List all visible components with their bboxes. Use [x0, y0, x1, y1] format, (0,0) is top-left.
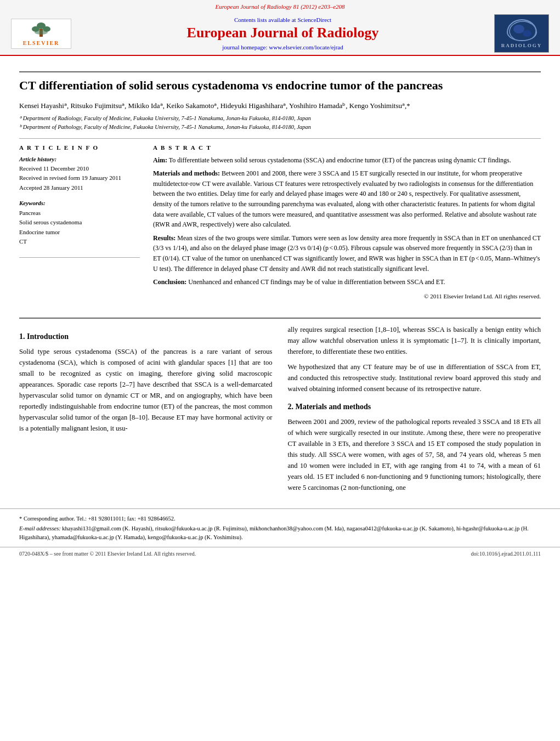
conclusion-text: Unenhanced and enhanced CT findings may … — [188, 278, 445, 286]
journal-main-title: European Journal of Radiology — [82, 24, 483, 41]
article-info-col: A R T I C L E I N F O Article history: R… — [19, 144, 140, 301]
elsevier-text: ELSEVIER — [23, 40, 60, 46]
radiology-logo: RADIOLOGY — [494, 14, 549, 53]
footer-issn: 0720-048X/$ – see front matter © 2011 El… — [19, 551, 196, 557]
keyword-2: Solid serous cystadenoma — [19, 218, 140, 227]
emails: khayashi131@gmail.com (K. Hayashi), rits… — [19, 525, 529, 540]
article-title: CT differentiation of solid serous cysta… — [19, 78, 541, 94]
contents-link: Contents lists available at ScienceDirec… — [82, 16, 483, 23]
mm-title-text: Materials and methods — [296, 403, 371, 411]
intro-number: 1. — [19, 332, 25, 341]
header-content-row: ELSEVIER Contents lists available at Sci… — [11, 12, 549, 55]
abstract-mm: Materials and methods: Between 2001 and … — [153, 168, 541, 230]
intro-title-text: Introduction — [27, 332, 69, 341]
mm-label: Materials and methods: — [153, 169, 220, 177]
abstract-col: A B S T R A C T Aim: To differentiate be… — [153, 144, 541, 301]
elsevier-icon-svg — [25, 21, 58, 39]
contents-label: Contents lists available at — [234, 16, 296, 23]
mm-number: 2. — [288, 403, 294, 411]
abstract-conclusion: Conclusion: Unenhanced and enhanced CT f… — [153, 277, 541, 287]
keyword-4: CT — [19, 237, 140, 246]
article-content: CT differentiation of solid serous cysta… — [0, 56, 560, 312]
page: European Journal of Radiology 81 (2012) … — [0, 0, 560, 741]
conclusion-label: Conclusion: — [153, 278, 186, 286]
abstract-aim: Aim: To differentiate between solid sero… — [153, 155, 541, 166]
radiology-logo-circle — [507, 19, 537, 41]
abstract-results: Results: Mean sizes of the two groups we… — [153, 233, 541, 274]
results-label: Results: — [153, 234, 176, 242]
aim-text: To differentiate between solid serous cy… — [169, 156, 511, 164]
homepage-label: journal homepage: — [222, 44, 267, 50]
history-label: Article history: — [19, 156, 56, 162]
mm-title: 2. Materials and methods — [288, 401, 541, 413]
received1: Received 11 December 2010 — [19, 165, 140, 173]
accepted: Accepted 28 January 2011 — [19, 184, 140, 192]
intro-p3: We hypothesized that any CT feature may … — [288, 361, 541, 394]
authors: Kensei Hayashiᵃ, Ritsuko Fujimitsuᵃ, Mik… — [19, 100, 541, 111]
footnotes: * Corresponding author. Tel.: +81 928011… — [0, 508, 560, 547]
footer-bar: 0720-048X/$ – see front matter © 2011 El… — [0, 547, 560, 560]
footer-doi: doi:10.1016/j.ejrad.2011.01.111 — [471, 551, 541, 557]
homepage-link[interactable]: www.elsevier.com/locate/ejrad — [269, 44, 343, 50]
intro-p2: ally requires surgical resection [1,8–10… — [288, 324, 541, 357]
mm-p1: Between 2001 and 2009, review of the pat… — [288, 416, 541, 493]
email-label: E-mail addresses: — [19, 525, 61, 531]
keyword-1: Pancreas — [19, 208, 140, 218]
journal-homepage: journal homepage: www.elsevier.com/locat… — [82, 44, 483, 50]
intro-title: 1. Introduction — [19, 331, 273, 343]
svg-point-7 — [513, 25, 524, 33]
top-divider — [19, 71, 541, 72]
body-two-col: 1. Introduction Solid type serous cystad… — [19, 324, 541, 497]
body-col-right: ally requires surgical resection [1,8–10… — [288, 324, 541, 497]
body-col-left: 1. Introduction Solid type serous cystad… — [19, 324, 273, 497]
results-text: Mean sizes of the two groups were simila… — [153, 234, 541, 273]
journal-header: European Journal of Radiology 81 (2012) … — [0, 0, 560, 56]
keyword-3: Endocrine tumor — [19, 228, 140, 237]
email-addresses: E-mail addresses: khayashi131@gmail.com … — [19, 524, 541, 542]
article-info-abstract: A R T I C L E I N F O Article history: R… — [19, 144, 541, 301]
corresponding-author: * Corresponding author. Tel.: +81 928011… — [19, 514, 541, 523]
radiology-text: RADIOLOGY — [501, 43, 542, 48]
authors-text: Kensei Hayashiᵃ, Ritsuko Fujimitsuᵃ, Mik… — [19, 101, 410, 110]
keywords-section: Keywords: Pancreas Solid serous cystaden… — [19, 199, 140, 246]
mm-text: Between 2001 and 2008, there were 3 SSCA… — [153, 169, 536, 228]
sciencedirect-link[interactable]: ScienceDirect — [297, 16, 331, 23]
svg-point-8 — [523, 30, 531, 37]
intro-p1: Solid type serous cystadenoma (SSCA) of … — [19, 346, 273, 434]
elsevier-logo: ELSEVIER — [11, 19, 71, 49]
journal-top-bar: European Journal of Radiology 81 (2012) … — [11, 3, 549, 10]
aim-label: Aim: — [153, 156, 167, 164]
received2: Received in revised form 19 January 2011 — [19, 174, 140, 182]
affiliation-b: ᵇ Department of Pathology, Faculty of Me… — [19, 123, 541, 132]
journal-citation: European Journal of Radiology 81 (2012) … — [215, 3, 344, 10]
abstract-heading: A B S T R A C T — [153, 144, 541, 151]
affiliations: ᵃ Department of Radiology, Faculty of Me… — [19, 114, 541, 132]
body-content: 1. Introduction Solid type serous cystad… — [0, 318, 560, 508]
svg-point-5 — [35, 30, 48, 35]
journal-title-center: Contents lists available at ScienceDirec… — [71, 16, 494, 50]
keywords-label: Keywords: — [19, 200, 46, 206]
affiliation-a: ᵃ Department of Radiology, Faculty of Me… — [19, 114, 541, 123]
left-col-bottom-divider — [19, 257, 140, 258]
info-divider — [19, 138, 541, 139]
copyright: © 2011 Elsevier Ireland Ltd. All rights … — [153, 292, 541, 301]
article-info-heading: A R T I C L E I N F O — [19, 144, 140, 151]
article-history: Article history: Received 11 December 20… — [19, 155, 140, 193]
abstract-text: Aim: To differentiate between solid sero… — [153, 155, 541, 301]
body-top-divider — [19, 318, 541, 319]
radiology-logo-svg — [508, 20, 537, 41]
